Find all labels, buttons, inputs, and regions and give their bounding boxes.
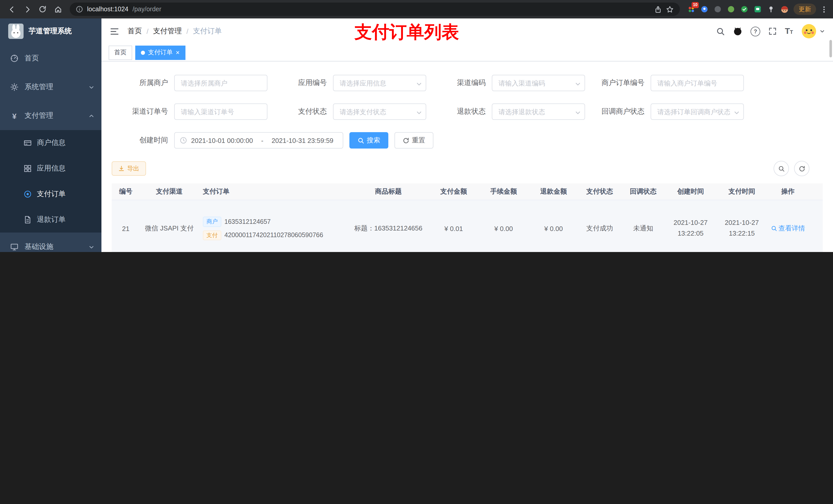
filter-control xyxy=(651,103,744,120)
cell-id: 21 xyxy=(112,224,140,232)
export-button[interactable]: 导出 xyxy=(112,161,146,176)
column-header: 退款金额 xyxy=(529,187,578,196)
sidebar-item-payment[interactable]: ¥ 支付管理 xyxy=(0,101,101,130)
dashboard-icon xyxy=(10,54,19,63)
column-header: 支付金额 xyxy=(429,187,478,196)
date-start-value: 2021-10-01 00:00:00 xyxy=(191,137,253,144)
extension-pushpin-icon[interactable] xyxy=(767,5,775,13)
extension-grey-icon[interactable] xyxy=(714,5,722,13)
browser-update-button[interactable]: 更新 xyxy=(793,4,816,15)
filter-control xyxy=(174,103,267,120)
extension-avatar-icon[interactable] xyxy=(780,5,788,13)
breadcrumb: 首页 / 支付管理 / 支付订单 xyxy=(127,27,222,36)
search-icon[interactable] xyxy=(716,27,725,35)
filter-input[interactable] xyxy=(492,103,585,120)
column-header: 支付订单 xyxy=(199,187,347,196)
download-icon xyxy=(118,165,124,172)
close-icon[interactable]: × xyxy=(176,49,180,56)
date-line: 2021-10-27 xyxy=(665,218,716,229)
extension-palette-icon[interactable]: 10 xyxy=(687,5,695,13)
chevron-down-icon xyxy=(416,80,422,89)
github-icon[interactable] xyxy=(733,27,742,36)
sidebar-item-system[interactable]: 系统管理 xyxy=(0,73,101,101)
filter-input[interactable] xyxy=(651,103,744,120)
user-avatar[interactable] xyxy=(801,24,825,39)
sidebar-item-refund-order[interactable]: 退款订单 xyxy=(0,207,101,233)
font-size-icon[interactable]: TT xyxy=(785,27,793,35)
filter-input[interactable] xyxy=(174,103,267,120)
extension-green-check-icon[interactable] xyxy=(740,5,748,13)
reload-button[interactable] xyxy=(36,3,49,16)
sidebar-item-label: 首页 xyxy=(25,54,39,63)
date-range-picker[interactable]: 2021-10-01 00:00:00 - 2021-10-31 23:59:5… xyxy=(174,132,343,148)
reset-button-label: 重置 xyxy=(412,136,425,145)
column-header: 手续金额 xyxy=(478,187,529,196)
filter-control xyxy=(333,103,426,120)
refresh-table-button[interactable] xyxy=(794,161,809,176)
record-circle-icon xyxy=(24,190,32,198)
tab-label: 首页 xyxy=(114,48,126,57)
toggle-search-button[interactable] xyxy=(774,161,789,176)
cell-channel: 微信 JSAPI 支付 xyxy=(140,224,199,233)
filter-input[interactable] xyxy=(333,75,426,91)
help-icon[interactable]: ? xyxy=(751,26,760,36)
app-title: 芋道管理系统 xyxy=(29,27,72,36)
table-toolbar: 导出 xyxy=(112,161,823,176)
sidebar-item-app-info[interactable]: 应用信息 xyxy=(0,156,101,181)
column-header: 支付状态 xyxy=(578,187,621,196)
cell-pay-time: 2021-10-27 13:22:15 xyxy=(716,218,767,239)
filter-control xyxy=(174,75,267,91)
forward-button[interactable] xyxy=(21,3,34,16)
forward-icon xyxy=(23,5,31,14)
fullscreen-icon[interactable] xyxy=(768,27,777,35)
chevron-down-icon xyxy=(89,244,94,250)
breadcrumb-separator: / xyxy=(187,27,189,35)
breadcrumb-home[interactable]: 首页 xyxy=(127,27,142,36)
filter-input[interactable] xyxy=(333,103,426,120)
column-header: 回调状态 xyxy=(621,187,665,196)
view-detail-link[interactable]: 查看详情 xyxy=(771,224,805,233)
sidebar-item-label: 系统管理 xyxy=(25,82,53,92)
tab-home[interactable]: 首页 xyxy=(109,45,132,60)
filter-label: 商户订单编号 xyxy=(588,78,651,88)
sidebar-item-infrastructure[interactable]: 基础设施 xyxy=(0,233,101,252)
extension-green-icon[interactable] xyxy=(727,5,735,13)
filter-label: 渠道编码 xyxy=(429,78,492,88)
extension-chat-icon[interactable] xyxy=(754,5,762,13)
url-bar[interactable]: localhost:1024/pay/order xyxy=(70,3,680,16)
bookmark-star-icon[interactable] xyxy=(666,5,674,13)
sidebar-item-label: 商户信息 xyxy=(37,138,66,147)
tab-pay-order[interactable]: 支付订单 × xyxy=(135,45,185,60)
column-header: 支付渠道 xyxy=(140,187,199,196)
home-button[interactable] xyxy=(51,3,65,16)
merchant-order-line: 商户 1635312124657 xyxy=(203,217,343,226)
cell-notify: 未通知 xyxy=(621,224,665,233)
share-icon[interactable] xyxy=(654,5,662,13)
search-button[interactable]: 搜索 xyxy=(349,132,388,148)
breadcrumb-payment[interactable]: 支付管理 xyxy=(153,27,182,36)
sidebar-item-home[interactable]: 首页 xyxy=(0,44,101,73)
pay-order-line: 支付 4200001174202110278060590766 xyxy=(203,230,343,240)
monitor-icon xyxy=(10,243,19,251)
extension-pin-blue-icon[interactable] xyxy=(700,5,709,13)
sidebar-toggle-icon[interactable] xyxy=(110,26,119,36)
cell-title: 标题：1635312124656 xyxy=(347,224,429,233)
sidebar-item-merchant-info[interactable]: 商户信息 xyxy=(0,130,101,156)
top-navbar: 首页 / 支付管理 / 支付订单 支付订单列表 ? TT xyxy=(101,19,833,44)
yen-icon: ¥ xyxy=(10,112,19,120)
table-row: 21 微信 JSAPI 支付 商户 1635312124657 支付 xyxy=(112,200,823,252)
chevron-down-icon xyxy=(575,109,581,118)
url-host: localhost:1024 xyxy=(87,6,128,13)
filter-label: 渠道订单号 xyxy=(112,107,174,116)
cell-pay-order: 商户 1635312124657 支付 42000011742021102780… xyxy=(199,217,347,240)
filter-input[interactable] xyxy=(651,75,744,91)
back-button[interactable] xyxy=(5,3,19,16)
pay-order-table: 编号 支付渠道 支付订单 商品标题 支付金额 手续金额 退款金额 xyxy=(112,183,823,252)
browser-menu-button[interactable] xyxy=(820,5,828,13)
filter-input[interactable] xyxy=(492,75,585,91)
reset-button[interactable]: 重置 xyxy=(395,132,433,148)
breadcrumb-separator: / xyxy=(146,27,148,35)
filter-field: 渠道编码 xyxy=(429,75,588,91)
filter-input[interactable] xyxy=(174,75,267,91)
sidebar-item-pay-order[interactable]: 支付订单 xyxy=(0,181,101,207)
